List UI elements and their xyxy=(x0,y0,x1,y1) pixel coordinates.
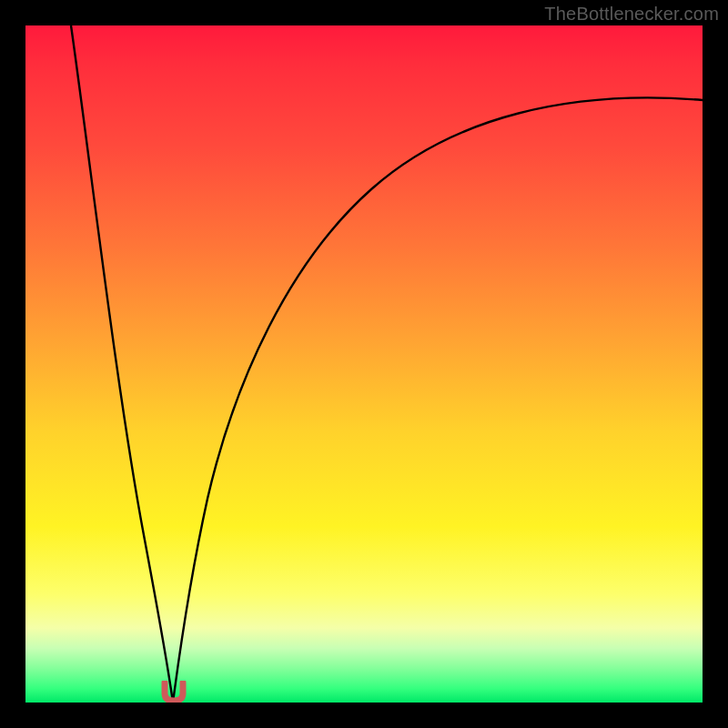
bottleneck-curve xyxy=(25,25,703,703)
curve-right-branch xyxy=(173,97,703,703)
curve-left-branch xyxy=(71,25,173,703)
u-shape-icon xyxy=(161,681,187,703)
chart-frame: TheBottlenecker.com xyxy=(0,0,728,728)
plot-area xyxy=(25,25,703,703)
watermark-text: TheBottlenecker.com xyxy=(544,4,719,25)
optimal-marker xyxy=(161,681,187,703)
